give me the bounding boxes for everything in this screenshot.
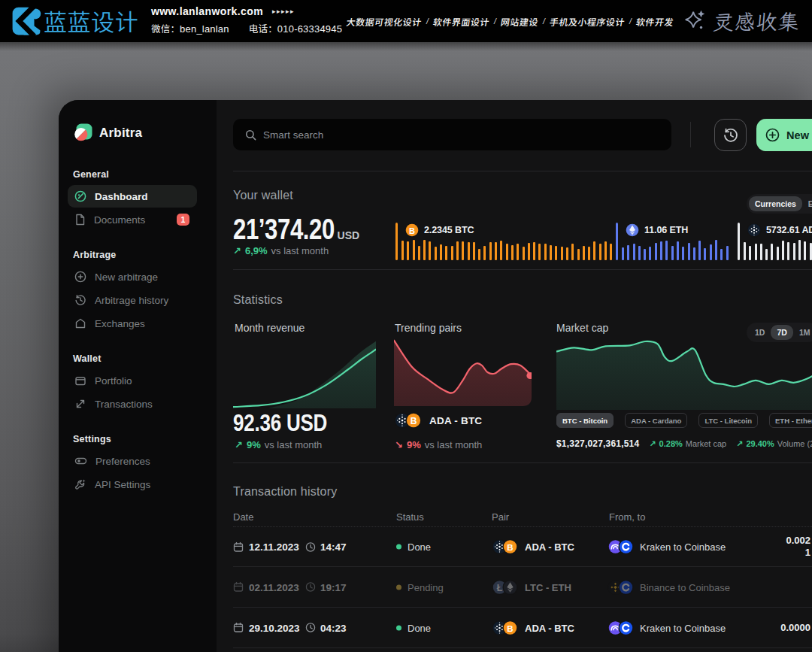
down-arrow-icon: ↘ (395, 439, 403, 450)
sidebar-item-dashboard[interactable]: Dashboard (68, 185, 197, 208)
trending-pair: B ADA - BTC (394, 412, 482, 429)
clock-icon (305, 623, 316, 633)
col-status: Status (396, 511, 424, 523)
tx-amount: 0.0000 (780, 622, 810, 634)
trending-pct: 9% (407, 439, 421, 450)
col-date: Date (233, 511, 253, 523)
tx-pair-value: ADA - BTC (525, 541, 574, 553)
sidebar-item-label: Transactions (95, 399, 153, 410)
holding-btc: B2.2345 BTC (395, 223, 616, 260)
month-revenue-note: vs last month (265, 439, 323, 450)
app-logo[interactable]: Arbitra (73, 123, 142, 143)
statistics-section-title: Statistics (233, 293, 283, 307)
main-panel: Smart search New arbitr (217, 100, 812, 652)
plus-circle-icon (765, 128, 780, 142)
holding-amount: 11.06 ETH (644, 225, 688, 235)
range-tab-1d[interactable]: 1D (749, 325, 771, 340)
sidebar-item-arbitrage-history[interactable]: Arbitrage history (68, 289, 197, 311)
search-input[interactable]: Smart search (233, 119, 671, 150)
volume-change: ↗29.40%Volume (24h) (736, 439, 812, 449)
dashboard-window: Arbitra GeneralDashboardDocuments1Arbitr… (59, 100, 812, 652)
market-cap-pair-pills: BTC - BitcoinADA - CardanoLTC - Litecoin… (556, 413, 812, 428)
holding-ada: 5732.61 ADA (738, 223, 812, 260)
range-tab-1m[interactable]: 1M (793, 325, 812, 340)
tx-pair: BADA - BTC (492, 620, 574, 635)
tx-time-value: 19:17 (320, 581, 347, 593)
wallet-tab-exchanges[interactable]: Exchanges (802, 196, 812, 211)
pair-pill-btc[interactable]: BTC - Bitcoin (556, 413, 614, 428)
history-button[interactable] (714, 119, 747, 151)
tx-pair: BADA - BTC (492, 539, 574, 555)
svg-text:B: B (411, 416, 417, 426)
new-arbitrage-button[interactable]: New arbitrage (756, 119, 812, 151)
search-icon (245, 129, 256, 141)
volume-change-pct: 29.40% (746, 439, 774, 448)
transaction-row: 02.11.202319:17PendingŁLTC - ETHBinance … (233, 567, 812, 608)
holding-amount: 5732.61 ADA (766, 225, 812, 235)
banner-contact: www.lanlanwork.com ▸▸▸▸▸ 微信：ben_lanlan电话… (151, 5, 342, 35)
tx-date: 29.10.2023 (233, 622, 300, 633)
banner-nav-item[interactable]: 软件开发 (635, 15, 675, 28)
sidebar-section-title: Arbitrage (73, 250, 116, 260)
banner-nav-item[interactable]: 软件界面设计 (432, 15, 491, 28)
banner-nav-item[interactable]: 手机及小程序设计 (549, 15, 626, 28)
sidebar-item-api-settings[interactable]: API Settings (68, 473, 197, 496)
banner-nav-item[interactable]: 大数据可视化设计 (346, 15, 423, 28)
month-revenue-value: 92.36 USD (233, 410, 327, 437)
sidebar-item-label: Documents (94, 214, 145, 226)
sidebar-item-new-arbitrage[interactable]: New arbitrage (68, 265, 197, 288)
wallet-tabs: CurrenciesExchanges (747, 194, 812, 214)
tx-route: Binance to Coinbase (607, 579, 730, 595)
history-icon (723, 127, 739, 144)
sidebar-section-title: General (73, 169, 109, 180)
pair-pill-ltc[interactable]: LTC - Litecoin (698, 413, 758, 428)
collect-label: 灵感收集 (711, 8, 801, 35)
sidebar-item-transactions[interactable]: Transactions (68, 393, 197, 415)
tx-date-value: 02.11.2023 (249, 581, 299, 593)
inspiration-collect-button[interactable]: 灵感收集 (682, 0, 800, 42)
tx-time: 04:23 (305, 622, 347, 633)
wallet-tab-currencies[interactable]: Currencies (749, 196, 802, 211)
phone-number: 010-63334945 (277, 23, 342, 35)
tx-status: Pending (396, 581, 444, 593)
status-dot (396, 584, 401, 590)
dashboard-icon (74, 190, 86, 202)
status-dot (396, 544, 401, 550)
tx-pair-value: ADA - BTC (525, 622, 574, 633)
pair-pill-ada[interactable]: ADA - Cardano (625, 413, 687, 428)
stage: Arbitra GeneralDashboardDocuments1Arbitr… (0, 42, 812, 652)
divider (233, 171, 812, 171)
range-tab-7d[interactable]: 7D (771, 325, 792, 340)
sidebar-item-label: Dashboard (95, 191, 148, 202)
banner-nav-item[interactable]: 网站建设 (500, 15, 540, 28)
ada-coin-icon (747, 223, 762, 238)
route-icons (607, 579, 634, 595)
api-icon (74, 478, 86, 490)
pair-icons: Ł (492, 579, 518, 595)
wechat-id: ben_lanlan (180, 23, 229, 35)
banner-arrows: ▸▸▸▸▸ (272, 8, 295, 15)
sidebar-item-preferences[interactable]: Preferences (68, 450, 197, 472)
notification-badge: 1 (177, 214, 189, 226)
transaction-row: 12.11.202314:47DoneBADA - BTCKraken to C… (233, 526, 812, 567)
sidebar-item-exchanges[interactable]: Exchanges (68, 312, 197, 335)
col-pair: Pair (492, 511, 509, 523)
banner-nav: 大数据可视化设计/软件界面设计/网站建设/手机及小程序设计/软件开发 (344, 0, 677, 42)
wallet-change-note: vs last month (271, 245, 329, 256)
market-cap-value: $1,327,027,361,514 (556, 438, 639, 449)
svg-text:B: B (507, 623, 513, 632)
btc-coin-icon: B (502, 620, 518, 635)
up-arrow-icon: ↗ (233, 245, 241, 256)
sidebar-section-title: Wallet (73, 353, 102, 364)
sidebar-item-label: New arbitrage (95, 271, 158, 283)
banner-logo[interactable]: 蓝蓝设计 (11, 5, 138, 38)
pair-pill-eth[interactable]: ETH - Ethereum (769, 413, 812, 428)
brand-name: 蓝蓝设计 (44, 5, 138, 38)
clock-icon (305, 541, 316, 552)
sidebar-item-documents[interactable]: Documents1 (68, 208, 197, 231)
tx-status: Done (396, 622, 431, 633)
balance-value: 21’374.20 (233, 214, 335, 246)
pair-icons: B (394, 412, 422, 429)
trending-change: ↘9%vs last month (395, 439, 482, 450)
sidebar-item-portfolio[interactable]: Portfolio (68, 369, 197, 392)
